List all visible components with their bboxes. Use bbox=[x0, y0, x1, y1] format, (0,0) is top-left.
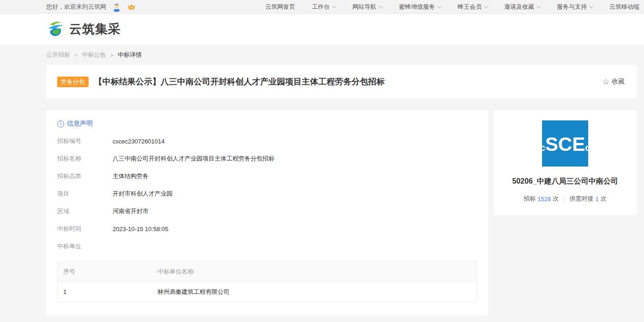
company-card: cSCEc 50206_中建八局三公司中南公司 招标 1528 次 | 供需对接… bbox=[494, 110, 637, 215]
site-logo[interactable]: 云筑集采 bbox=[46, 19, 637, 39]
favorite-label: 收藏 bbox=[612, 78, 625, 86]
cell-winner-name: 林州鼎秦建筑工程有限公司 bbox=[152, 281, 477, 303]
top-navigation: 云筑网首页 工作台 网站导航 蜜蜂增值服务 蜂王会员 邀请及收藏 服务与支持 云… bbox=[265, 3, 639, 11]
breadcrumb-award-notice[interactable]: 中标公告 bbox=[82, 51, 106, 59]
stat-bids[interactable]: 招标 1528 次 bbox=[524, 195, 559, 203]
award-winner-table: 序号 中标单位名称 1 林州鼎秦建筑工程有限公司 bbox=[57, 262, 477, 303]
chevron-down-icon bbox=[332, 4, 337, 8]
field-award-time: 中标时间 2023-10-15 10:58:05 bbox=[57, 220, 477, 238]
info-declaration-link[interactable]: i 信息声明 bbox=[57, 118, 477, 132]
field-award-winner: 中标单位 bbox=[57, 238, 477, 255]
breadcrumb: 公开招标 > 中标公告 > 中标详情 bbox=[46, 44, 637, 65]
svg-text:cSCEc: cSCEc bbox=[542, 133, 588, 155]
member-crown-icon[interactable] bbox=[127, 3, 136, 11]
chevron-down-icon bbox=[589, 4, 594, 8]
stat-supply-demand[interactable]: 供需对接 1 次 bbox=[570, 195, 607, 203]
favorite-button[interactable]: ☆ 收藏 bbox=[602, 78, 625, 86]
stat-supply-demand-count: 1 bbox=[596, 196, 599, 203]
nav-workbench[interactable]: 工作台 bbox=[312, 3, 336, 11]
nav-bee-services[interactable]: 蜜蜂增值服务 bbox=[399, 3, 441, 11]
welcome-text: 您好，欢迎来到云筑网 bbox=[46, 3, 106, 11]
header-winner-name: 中标单位名称 bbox=[152, 262, 477, 281]
nav-invite-favorites[interactable]: 邀请及收藏 bbox=[504, 3, 540, 11]
bid-detail-card: i 信息声明 招标编号 cscec23072601014 招标名称 八三中南公司… bbox=[46, 110, 488, 316]
breadcrumb-separator: > bbox=[74, 52, 78, 59]
user-avatar[interactable] bbox=[112, 2, 122, 12]
header-serial-number: 序号 bbox=[58, 262, 152, 281]
yunzhu-logo-icon bbox=[46, 19, 66, 39]
cell-serial-number: 1 bbox=[58, 281, 152, 303]
nav-site-nav[interactable]: 网站导航 bbox=[352, 3, 382, 11]
field-project: 项目 开封市科创人才产业园 bbox=[57, 185, 477, 203]
user-avatar-icon bbox=[112, 2, 122, 12]
category-badge: 劳务分包 bbox=[57, 77, 89, 87]
stats-divider: | bbox=[563, 196, 565, 203]
page-title: 【中标结果公示】八三中南公司开封科创人才产业园项目主体工程劳务分包招标 bbox=[94, 76, 602, 87]
chevron-down-icon bbox=[537, 4, 541, 8]
star-icon: ☆ bbox=[602, 78, 609, 86]
nav-service-support[interactable]: 服务与支持 bbox=[557, 3, 593, 11]
field-bid-name: 招标名称 八三中南公司开封科创人才产业园项目主体工程劳务分包招标 bbox=[57, 150, 477, 167]
title-card: 劳务分包 【中标结果公示】八三中南公司开封科创人才产业园项目主体工程劳务分包招标… bbox=[46, 65, 637, 98]
field-region: 区域 河南省开封市 bbox=[57, 203, 477, 220]
site-header: 云筑集采 bbox=[0, 14, 644, 44]
cscec-company-logo: cSCEc bbox=[542, 120, 588, 167]
nav-queen-member[interactable]: 蜂王会员 bbox=[458, 3, 488, 11]
field-bid-category: 招标品类 主体结构劳务 bbox=[57, 167, 477, 185]
chevron-down-icon bbox=[484, 4, 489, 8]
chevron-down-icon bbox=[437, 4, 442, 8]
nav-home[interactable]: 云筑网首页 bbox=[265, 3, 295, 11]
company-name[interactable]: 50206_中建八局三公司中南公司 bbox=[503, 177, 627, 186]
company-stats: 招标 1528 次 | 供需对接 1 次 bbox=[503, 195, 627, 203]
info-declaration-label: 信息声明 bbox=[67, 119, 93, 128]
page-body: 公开招标 > 中标公告 > 中标详情 劳务分包 【中标结果公示】八三中南公司开封… bbox=[0, 44, 644, 322]
breadcrumb-separator: > bbox=[110, 52, 114, 59]
breadcrumb-award-detail: 中标详情 bbox=[118, 51, 142, 59]
site-logo-text: 云筑集采 bbox=[69, 21, 121, 37]
table-header-row: 序号 中标单位名称 bbox=[58, 262, 477, 281]
stat-bids-count: 1528 bbox=[537, 196, 551, 203]
info-icon: i bbox=[57, 120, 64, 127]
nav-mobile-app[interactable]: 云筑移动端 bbox=[609, 3, 639, 11]
chevron-down-icon bbox=[379, 4, 383, 8]
field-bid-number: 招标编号 cscec23072601014 bbox=[57, 132, 477, 150]
topbar: 您好，欢迎来到云筑网 云筑网首页 工作台 网站导航 蜜蜂增值服务 bbox=[0, 0, 644, 14]
table-row: 1 林州鼎秦建筑工程有限公司 bbox=[58, 281, 477, 303]
breadcrumb-open-bidding[interactable]: 公开招标 bbox=[46, 51, 70, 59]
